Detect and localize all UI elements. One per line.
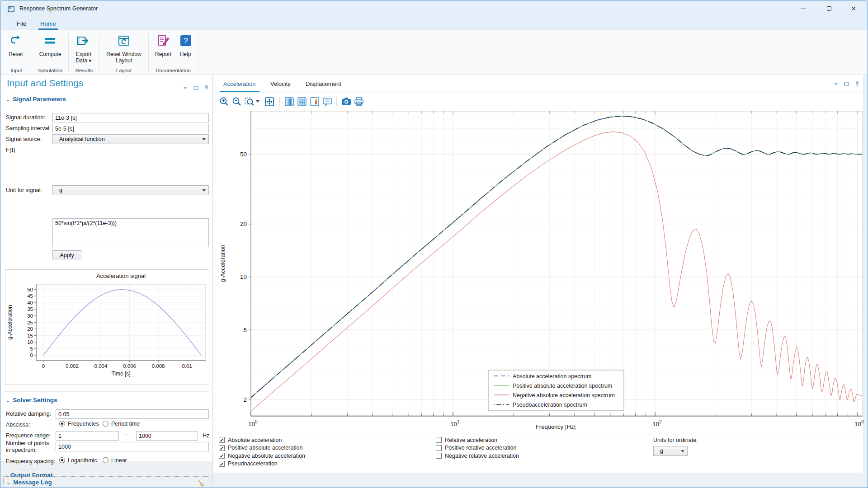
frequency-range-from-input[interactable] <box>56 431 119 441</box>
chevron-down-icon: ⌄ <box>6 97 10 102</box>
menu-home-active[interactable]: Home <box>38 19 59 28</box>
checkbox-unchecked-icon[interactable] <box>436 453 442 459</box>
menubar: File Home <box>0 18 868 30</box>
close-button[interactable]: ✕ <box>843 0 864 17</box>
snapshot-icon[interactable] <box>341 96 352 107</box>
svg-text:Positive absolute acceleration: Positive absolute acceleration spectrum <box>513 383 612 389</box>
signal-duration-input[interactable] <box>52 113 209 122</box>
relative-damping-input[interactable] <box>56 409 209 419</box>
spectrum-visibility-checkbox-row[interactable]: ✓Positive absolute acceleration <box>219 444 305 452</box>
export-data-icon <box>75 34 92 48</box>
svg-text:0.002: 0.002 <box>66 363 79 369</box>
maximize-button[interactable] <box>819 0 840 17</box>
svg-text:50: 50 <box>240 151 247 158</box>
radio-icon <box>103 457 108 463</box>
checkbox-label: Negative relative acceleration <box>445 453 519 459</box>
spectrum-visibility-checkbox-row[interactable]: ✓Pseudoacceleration <box>219 460 305 468</box>
svg-text:50: 50 <box>27 287 33 292</box>
unit-for-signal-dropdown[interactable]: g <box>52 185 209 195</box>
spectrum-visibility-checkbox-row[interactable]: ✓Negative absolute acceleration <box>219 452 305 460</box>
frequency-range-to-input[interactable] <box>136 431 198 441</box>
checkbox-label: Negative absolute acceleration <box>228 453 305 459</box>
menu-file[interactable]: File <box>14 19 29 28</box>
spectrum-visibility-checkbox-row[interactable]: Relative acceleration <box>436 436 519 444</box>
panel-collapse-icon[interactable] <box>183 85 189 91</box>
checkbox-checked-icon[interactable]: ✓ <box>219 453 225 459</box>
svg-text:0: 0 <box>30 352 33 358</box>
ribbon-group-documentation: Documentation <box>148 68 198 73</box>
annotation-icon[interactable] <box>322 96 333 107</box>
grid-icon[interactable] <box>297 96 307 107</box>
signal-source-dropdown[interactable]: Analytical function <box>52 134 209 144</box>
zoom-out-icon[interactable] <box>231 96 242 107</box>
checkbox-label: Absolute acceleration <box>228 437 282 443</box>
plot-tabs: Acceleration Velocity Displacement <box>213 75 868 93</box>
panel-pin-icon[interactable] <box>854 81 860 87</box>
svg-text:Pseudoacceleration spectrum: Pseudoacceleration spectrum <box>513 402 587 408</box>
panel-float-icon[interactable] <box>193 85 199 91</box>
section-message-log[interactable]: ⌄Message Log <box>3 476 209 488</box>
zoom-extents-icon[interactable] <box>264 96 275 107</box>
radio-period-time[interactable]: Period time <box>103 421 140 427</box>
help-button[interactable]: ? Help <box>166 33 205 57</box>
minimize-button[interactable] <box>793 0 813 17</box>
legend-toggle-icon[interactable] <box>309 96 320 107</box>
svg-text:102: 102 <box>652 419 662 427</box>
svg-text:10: 10 <box>27 339 33 345</box>
svg-text:Acceleration signal: Acceleration signal <box>96 272 146 279</box>
apply-button[interactable]: Apply <box>52 250 81 260</box>
spectrum-visibility-checkbox-row[interactable]: Negative relative acceleration <box>436 452 519 460</box>
plot-panel: Acceleration Velocity Displacement <box>213 75 868 488</box>
chevron-down-icon <box>202 189 206 192</box>
spectrum-visibility-checkbox-row[interactable]: ✓Absolute acceleration <box>219 436 305 444</box>
panel-collapse-icon[interactable] <box>834 81 840 87</box>
spectrum-chart[interactable]: 10010110210325102050Frequency [Hz]g-Acce… <box>213 110 868 433</box>
section-signal-parameters[interactable]: ⌄Signal Parameters <box>6 96 66 103</box>
checkbox-label: Pseudoacceleration <box>228 460 278 467</box>
print-icon[interactable] <box>354 96 364 107</box>
sampling-interval-input[interactable] <box>52 124 209 133</box>
svg-text:Absolute acceleration spectrum: Absolute acceleration spectrum <box>513 373 591 380</box>
checkbox-unchecked-icon[interactable] <box>436 445 442 451</box>
radio-frequencies[interactable]: Frequencies <box>59 421 99 427</box>
reset-button[interactable]: Reset <box>0 33 35 57</box>
ft-expression-input[interactable]: 50*sin(t*2*pi/(2*(11e-3))) <box>52 218 209 247</box>
panel-float-icon[interactable] <box>844 81 850 87</box>
reset-window-layout-button[interactable]: Reset Window Layout <box>104 33 143 64</box>
checkbox-unchecked-icon[interactable] <box>436 437 442 443</box>
svg-text:0.008: 0.008 <box>152 363 165 369</box>
tab-displacement[interactable]: Displacement <box>302 79 345 89</box>
panel-pin-icon[interactable] <box>204 85 210 91</box>
section-divider <box>4 469 209 469</box>
zoom-box-icon[interactable] <box>244 96 259 107</box>
clear-log-icon[interactable] <box>196 479 205 488</box>
section-solver-settings[interactable]: ⌄Solver Settings <box>6 397 57 404</box>
checkbox-checked-icon[interactable]: ✓ <box>219 461 225 467</box>
checkbox-label: Positive relative acceleration <box>445 445 516 451</box>
points-in-spectrum-label: Number of points in spectrum: <box>6 440 49 454</box>
svg-text:30: 30 <box>27 313 33 319</box>
zoom-in-icon[interactable] <box>219 96 230 107</box>
svg-text:5: 5 <box>243 327 247 333</box>
settings-panel: Input and Settings ⌄Signal Parameters Si… <box>0 75 213 488</box>
ribbon: Reset Compute Export Data ▾ Reset Window… <box>0 30 868 75</box>
units-for-ordinate-dropdown[interactable]: g <box>653 446 688 456</box>
svg-text:2: 2 <box>243 396 247 403</box>
checkbox-label: Relative acceleration <box>445 437 497 443</box>
signal-source-label: Signal source: <box>6 136 42 142</box>
panel-title: Input and Settings <box>7 78 83 89</box>
tab-velocity[interactable]: Velocity <box>267 79 294 89</box>
main-area: Input and Settings ⌄Signal Parameters Si… <box>0 75 868 488</box>
export-data-button[interactable]: Export Data ▾ <box>64 33 103 64</box>
checkbox-checked-icon[interactable]: ✓ <box>219 445 225 451</box>
x-log-grid-icon[interactable] <box>284 96 295 107</box>
tab-acceleration[interactable]: Acceleration <box>220 79 259 89</box>
svg-text:Time [s]: Time [s] <box>111 371 130 377</box>
points-in-spectrum-input[interactable] <box>56 442 209 451</box>
checkbox-checked-icon[interactable]: ✓ <box>219 437 225 443</box>
svg-text:Frequency [Hz]: Frequency [Hz] <box>536 423 576 430</box>
plot-footer: ✓Absolute acceleration✓Positive absolute… <box>213 433 868 473</box>
radio-linear[interactable]: Linear <box>103 457 127 464</box>
spectrum-visibility-checkbox-row[interactable]: Positive relative acceleration <box>436 444 519 452</box>
radio-logarithmic[interactable]: Logarithmic <box>59 457 97 464</box>
